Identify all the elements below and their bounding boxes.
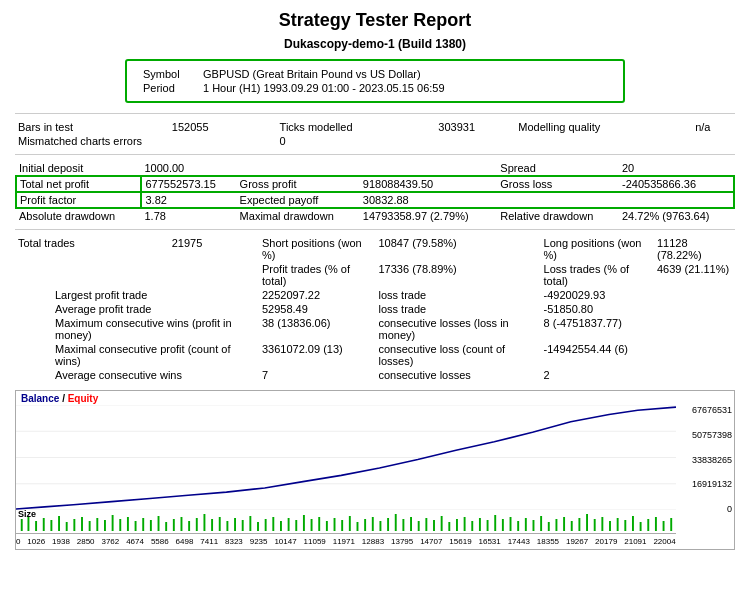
x-val-13: 11971	[333, 537, 355, 546]
y-axis: 67676531 50757398 33838265 16919132 0	[677, 405, 732, 514]
max-consec-wins-value: 38 (13836.06)	[259, 316, 376, 342]
expected-payoff-value: 30832.88	[360, 192, 734, 208]
divider2	[15, 154, 735, 155]
x-val-8: 7411	[200, 537, 218, 546]
svg-rect-81	[601, 517, 603, 531]
relative-drawdown-value: 24.72% (9763.64)	[619, 208, 734, 223]
svg-rect-20	[135, 521, 137, 531]
svg-rect-39	[280, 521, 282, 531]
svg-rect-45	[326, 521, 328, 531]
svg-rect-12	[73, 519, 75, 531]
svg-rect-8	[43, 518, 45, 531]
y-value-3: 33838265	[677, 455, 732, 465]
period-value: 1 Hour (H1) 1993.09.29 01:00 - 2023.05.1…	[199, 81, 611, 95]
size-bars-svg	[16, 509, 676, 531]
x-val-20: 18355	[537, 537, 559, 546]
bars-label: Bars in test	[15, 120, 169, 134]
largest-profit-value: 2252097.22	[259, 288, 376, 302]
average-consec-wins-value: 7	[259, 368, 376, 382]
maximal-consec-profit-value: 3361072.09 (13)	[259, 342, 376, 368]
svg-rect-5	[21, 519, 23, 531]
initial-deposit-value: 1000.00	[141, 161, 236, 176]
x-val-1: 1026	[27, 537, 45, 546]
svg-rect-22	[150, 520, 152, 531]
svg-rect-23	[158, 516, 160, 531]
svg-rect-41	[295, 520, 297, 531]
svg-rect-71	[525, 518, 527, 531]
svg-rect-63	[464, 517, 466, 531]
chart-svg	[16, 405, 676, 510]
spread-value: 20	[619, 161, 734, 176]
x-val-19: 17443	[508, 537, 530, 546]
ticks-label: Ticks modelled	[277, 120, 436, 134]
svg-rect-51	[372, 517, 374, 531]
svg-rect-18	[119, 519, 121, 531]
svg-rect-88	[655, 517, 657, 531]
svg-rect-16	[104, 520, 106, 531]
svg-rect-56	[410, 517, 412, 531]
svg-rect-36	[257, 522, 259, 531]
svg-rect-35	[249, 516, 251, 531]
svg-rect-49	[357, 522, 359, 531]
absolute-drawdown-label: Absolute drawdown	[16, 208, 141, 223]
x-val-14: 12883	[362, 537, 384, 546]
svg-rect-84	[624, 520, 626, 531]
svg-rect-82	[609, 521, 611, 531]
svg-rect-24	[165, 522, 167, 531]
x-val-0: 0	[16, 537, 20, 546]
total-trades-label: Total trades	[15, 236, 169, 262]
svg-rect-86	[640, 522, 642, 531]
svg-rect-10	[58, 516, 60, 531]
average-loss-value: -51850.80	[541, 302, 735, 316]
x-val-7: 6498	[176, 537, 194, 546]
x-val-21: 19267	[566, 537, 588, 546]
stats-table: Bars in test 152055 Ticks modelled 30393…	[15, 120, 735, 148]
svg-rect-50	[364, 519, 366, 531]
modelling-value: n/a	[692, 120, 735, 134]
x-val-15: 13795	[391, 537, 413, 546]
svg-rect-90	[670, 518, 672, 531]
svg-rect-44	[318, 517, 320, 531]
svg-rect-76	[563, 517, 565, 531]
svg-rect-19	[127, 517, 129, 531]
svg-rect-25	[173, 519, 175, 531]
short-positions-value: 10847 (79.58%)	[375, 236, 540, 262]
size-label: Size	[18, 509, 36, 519]
svg-rect-55	[402, 519, 404, 531]
largest-loss-label: loss trade	[375, 288, 540, 302]
svg-rect-40	[288, 518, 290, 531]
svg-rect-11	[66, 522, 68, 531]
chart-title: Balance / Equity	[21, 393, 98, 404]
total-trades-value: 21975	[169, 236, 259, 262]
svg-rect-47	[341, 520, 343, 531]
size-section: Size	[16, 509, 676, 531]
initial-deposit-label: Initial deposit	[16, 161, 141, 176]
svg-rect-79	[586, 514, 588, 531]
svg-rect-48	[349, 516, 351, 531]
profit-factor-label: Profit factor	[16, 192, 141, 208]
x-val-16: 14707	[420, 537, 442, 546]
expected-payoff-label: Expected payoff	[237, 192, 360, 208]
svg-rect-15	[96, 518, 98, 531]
x-val-24: 22004	[653, 537, 675, 546]
mismatched-label: Mismatched charts errors	[15, 134, 277, 148]
divider3	[15, 229, 735, 230]
profit-trades-value: 17336 (78.89%)	[375, 262, 540, 288]
relative-drawdown-label: Relative drawdown	[497, 208, 619, 223]
svg-rect-60	[441, 516, 443, 531]
max-consec-wins-label: Maximum consecutive wins (profit in mone…	[15, 316, 259, 342]
symbol-box: Symbol GBPUSD (Great Britain Pound vs US…	[125, 59, 625, 103]
svg-rect-26	[181, 517, 183, 531]
svg-rect-69	[510, 517, 512, 531]
svg-rect-73	[540, 516, 542, 531]
svg-rect-70	[517, 521, 519, 531]
svg-rect-64	[471, 521, 473, 531]
average-consec-wins-label: Average consecutive wins	[15, 368, 259, 382]
svg-rect-31	[219, 517, 221, 531]
total-net-profit-label: Total net profit	[16, 176, 141, 192]
svg-rect-89	[663, 521, 665, 531]
svg-rect-37	[265, 519, 267, 531]
svg-rect-80	[594, 519, 596, 531]
period-label: Period	[139, 81, 199, 95]
average-loss-label: loss trade	[375, 302, 540, 316]
